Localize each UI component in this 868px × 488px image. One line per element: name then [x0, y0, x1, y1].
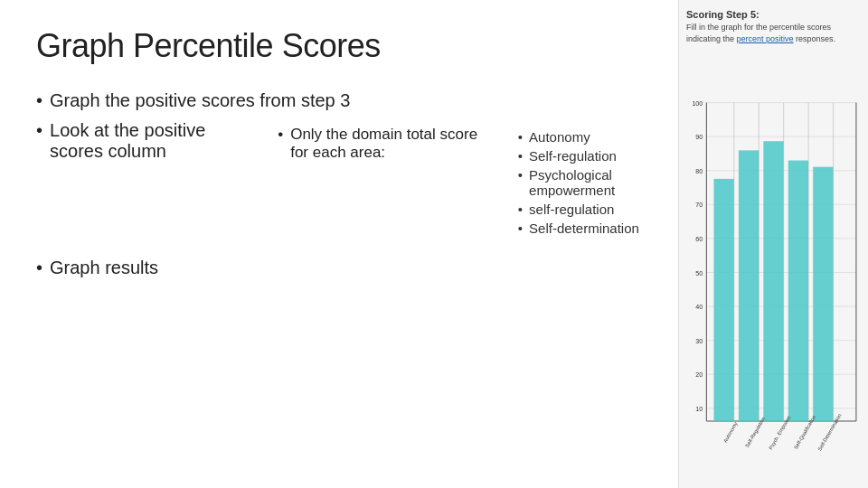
main-content: Graph Percentile Scores Graph the positi…: [0, 0, 678, 488]
scoring-step-description: Fill in the graph for the percentile sco…: [686, 22, 861, 44]
svg-text:20: 20: [695, 371, 703, 379]
graph-results: Graph results: [36, 258, 642, 278]
nested-bullet-list: Autonomy Self-regulation Psychological e…: [518, 129, 642, 239]
right-panel: Scoring Step 5: Fill in the graph for th…: [678, 0, 868, 488]
page-title: Graph Percentile Scores: [36, 27, 642, 65]
sub-bullet-item-1: Only the domain total score for each are…: [278, 126, 642, 239]
svg-rect-22: [713, 179, 733, 421]
nested-item-self-regulation: Self-regulation: [518, 148, 642, 164]
svg-rect-24: [763, 141, 783, 421]
svg-text:80: 80: [695, 168, 703, 175]
scoring-step-header: Scoring Step 5: Fill in the graph for th…: [686, 9, 861, 50]
svg-text:Autonomy: Autonomy: [722, 421, 739, 444]
percentile-chart: 100 90 80 70 60 50 40 30 20 10: [686, 57, 861, 479]
chart-container: 100 90 80 70 60 50 40 30 20 10: [686, 57, 861, 479]
nested-item-self-determination: Self-determination: [518, 221, 642, 236]
svg-text:100: 100: [692, 100, 703, 108]
svg-rect-23: [739, 151, 759, 422]
nested-item-self-regulation2: self-regulation: [518, 202, 642, 217]
svg-rect-26: [813, 167, 833, 421]
nested-item-autonomy: Autonomy: [518, 129, 642, 145]
svg-text:90: 90: [695, 134, 703, 141]
nested-item-psych-empowerment: Psychological empowerment: [518, 167, 642, 198]
svg-text:40: 40: [695, 304, 703, 311]
sub-bullet-list: Only the domain total score for each are…: [278, 126, 642, 245]
bullet-item-2: Look at the positive scores column Only …: [36, 120, 642, 245]
scoring-step-link: percent positive: [737, 34, 794, 43]
svg-text:60: 60: [695, 236, 703, 243]
bullet-item-1: Graph the positive scores from step 3: [36, 90, 642, 111]
svg-text:10: 10: [695, 406, 703, 413]
svg-text:30: 30: [695, 338, 703, 345]
svg-text:70: 70: [695, 202, 703, 210]
main-bullet-list: Graph the positive scores from step 3 Lo…: [36, 90, 642, 245]
scoring-step-title: Scoring Step 5:: [686, 9, 861, 20]
svg-rect-25: [788, 161, 808, 421]
svg-text:50: 50: [695, 270, 703, 277]
